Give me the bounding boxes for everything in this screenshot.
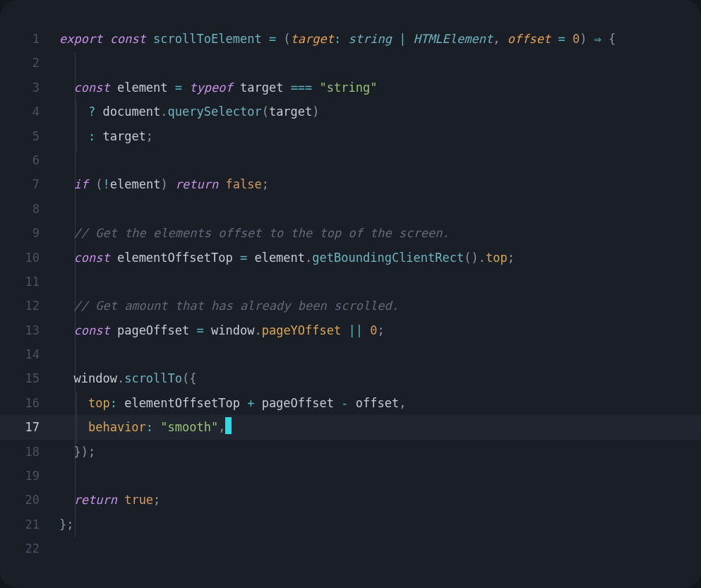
line-number: 21 xyxy=(0,512,45,536)
line-number: 20 xyxy=(0,488,45,512)
line-number: 6 xyxy=(0,148,45,172)
line-number: 1 xyxy=(0,27,45,51)
code-line[interactable]: 4 ? document.querySelector(target) xyxy=(0,100,701,124)
code-content[interactable]: behavior: "smooth", xyxy=(45,415,232,439)
code-content[interactable]: const element = typeof target === "strin… xyxy=(45,76,377,100)
code-content[interactable]: export const scrollToElement = (target: … xyxy=(45,27,616,51)
line-number: 11 xyxy=(0,270,45,294)
line-number: 15 xyxy=(0,366,45,390)
line-number: 7 xyxy=(0,172,45,196)
code-line[interactable]: 15 window.scrollTo({ xyxy=(0,366,701,390)
code-line[interactable]: 21 }; xyxy=(0,512,701,536)
code-content[interactable]: const elementOffsetTop = element.getBoun… xyxy=(45,246,515,270)
code-content[interactable]: : target; xyxy=(45,124,153,148)
code-line[interactable]: 8 xyxy=(0,197,701,221)
code-line[interactable]: 6 xyxy=(0,148,701,172)
code-content[interactable]: // Get amount that has already been scro… xyxy=(45,294,399,318)
line-number: 17 xyxy=(0,415,45,439)
line-number: 14 xyxy=(0,342,45,366)
line-number: 22 xyxy=(0,536,45,560)
code-line[interactable]: 13 const pageOffset = window.pageYOffset… xyxy=(0,318,701,342)
line-number: 12 xyxy=(0,294,45,318)
code-line[interactable]: 19 xyxy=(0,464,701,488)
code-line[interactable]: 5 : target; xyxy=(0,124,701,148)
code-line[interactable]: 3 const element = typeof target === "str… xyxy=(0,76,701,100)
code-content[interactable]: ? document.querySelector(target) xyxy=(45,100,320,124)
code-line[interactable]: 11 xyxy=(0,270,701,294)
line-number: 10 xyxy=(0,246,45,270)
line-number: 18 xyxy=(0,440,45,464)
code-line[interactable]: 22 xyxy=(0,536,701,560)
code-editor[interactable]: 1 export const scrollToElement = (target… xyxy=(0,0,701,588)
code-content[interactable]: // Get the elements offset to the top of… xyxy=(45,221,450,245)
line-number: 4 xyxy=(0,100,45,124)
code-line[interactable]: 14 xyxy=(0,342,701,366)
code-line[interactable]: 9 // Get the elements offset to the top … xyxy=(0,221,701,245)
line-number: 16 xyxy=(0,391,45,415)
line-number: 13 xyxy=(0,318,45,342)
code-content[interactable]: top: elementOffsetTop + pageOffset - off… xyxy=(45,391,406,415)
code-line[interactable]: 2 xyxy=(0,51,701,75)
line-number: 2 xyxy=(0,51,45,75)
code-line[interactable]: 20 return true; xyxy=(0,488,701,512)
line-number: 3 xyxy=(0,76,45,100)
code-line[interactable]: 1 export const scrollToElement = (target… xyxy=(0,27,701,51)
code-line[interactable]: 7 if (!element) return false; xyxy=(0,172,701,196)
code-content[interactable]: }); xyxy=(45,440,95,464)
line-number: 8 xyxy=(0,197,45,221)
code-line[interactable]: 10 const elementOffsetTop = element.getB… xyxy=(0,246,701,270)
code-line[interactable]: 12 // Get amount that has already been s… xyxy=(0,294,701,318)
code-content[interactable]: const pageOffset = window.pageYOffset ||… xyxy=(45,318,385,342)
code-line-active[interactable]: 17 behavior: "smooth", xyxy=(0,415,701,439)
line-number: 9 xyxy=(0,221,45,245)
code-content[interactable]: }; xyxy=(45,512,74,536)
code-content[interactable]: window.scrollTo({ xyxy=(45,366,197,390)
line-number: 19 xyxy=(0,464,45,488)
code-line[interactable]: 18 }); xyxy=(0,440,701,464)
code-content[interactable]: if (!element) return false; xyxy=(45,172,269,196)
code-content[interactable]: return true; xyxy=(45,488,160,512)
code-line[interactable]: 16 top: elementOffsetTop + pageOffset - … xyxy=(0,391,701,415)
line-number: 5 xyxy=(0,124,45,148)
